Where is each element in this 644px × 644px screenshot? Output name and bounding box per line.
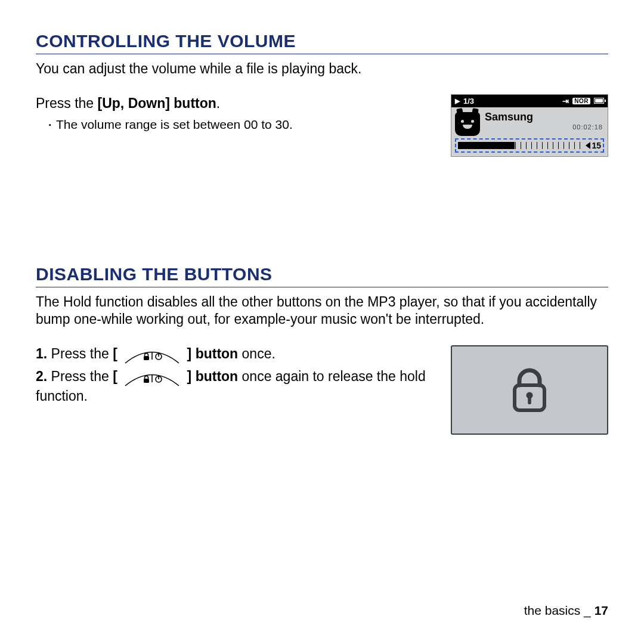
volume-level: 15 xyxy=(592,141,601,150)
volume-arrow-icon xyxy=(586,142,590,149)
heading-disable-buttons: DISABLING THE BUTTONS xyxy=(36,264,608,287)
disable-step-2: 2. Press the [ ] button once again to re… xyxy=(36,367,436,405)
play-icon: ▶ xyxy=(455,97,460,105)
footer-section: the basics xyxy=(524,603,581,617)
track-title: Samsung xyxy=(485,111,603,123)
volume-bar xyxy=(458,142,584,149)
bullet-text: The volume range is set between 00 to 30… xyxy=(56,116,293,132)
lock-screen-illustration xyxy=(451,345,608,435)
svg-rect-0 xyxy=(144,356,149,360)
intro-volume: You can adjust the volume while a file i… xyxy=(36,60,608,78)
step-prefix: Press the xyxy=(36,95,98,111)
heading-volume: CONTROLLING THE VOLUME xyxy=(36,31,608,54)
track-index: 1/3 xyxy=(463,97,474,106)
battery-icon xyxy=(594,98,604,104)
track-time: 00:02:18 xyxy=(485,123,603,131)
eq-badge: NOR xyxy=(572,98,590,104)
svg-rect-10 xyxy=(528,397,531,404)
svg-rect-4 xyxy=(144,379,149,383)
lock-icon xyxy=(510,367,549,413)
step-num: 1. xyxy=(36,346,47,361)
volume-bullet: The volume range is set between 00 to 30… xyxy=(36,116,439,132)
volume-bar-highlight: 15 xyxy=(455,138,604,153)
footer-page: 17 xyxy=(595,603,608,617)
intro-disable: The Hold function disables all the other… xyxy=(36,293,608,328)
mascot-icon xyxy=(455,112,480,136)
page-footer: the basics _ 17 xyxy=(524,603,608,618)
step-suffix: . xyxy=(216,95,220,111)
player-status-bar: ▶ 1/3 ⇥ NOR xyxy=(451,95,608,107)
shuffle-icon: ⇥ xyxy=(562,97,569,106)
player-screen-illustration: ▶ 1/3 ⇥ NOR Samsung 00:02:18 15 xyxy=(451,94,608,157)
step-bold: [Up, Down] button xyxy=(98,95,216,111)
volume-step: Press the [Up, Down] button. xyxy=(36,94,439,113)
step-num: 2. xyxy=(36,369,47,384)
hold-power-button-icon xyxy=(122,371,182,386)
disable-step-1: 1. Press the [ ] button once. xyxy=(36,344,436,363)
hold-power-button-icon xyxy=(122,348,182,364)
